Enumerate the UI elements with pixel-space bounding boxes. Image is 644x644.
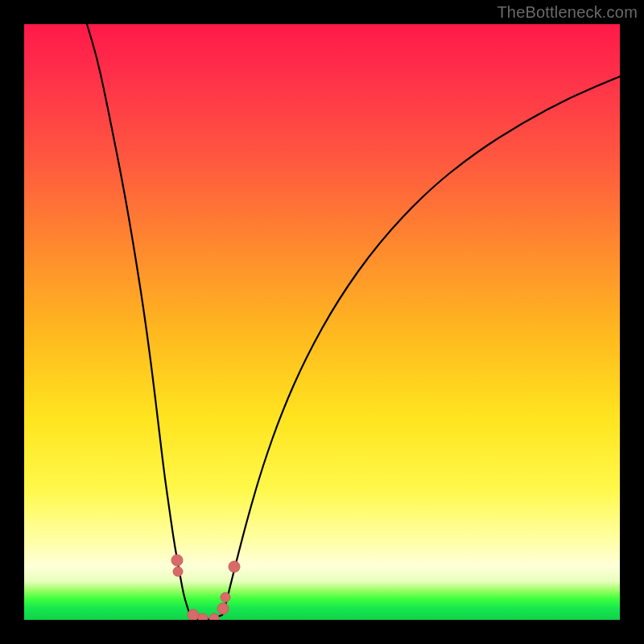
watermark-text: TheBottleneck.com bbox=[497, 3, 638, 22]
chart-frame: TheBottleneck.com bbox=[0, 0, 644, 644]
plot-area bbox=[24, 24, 620, 620]
gradient-background bbox=[24, 24, 620, 620]
